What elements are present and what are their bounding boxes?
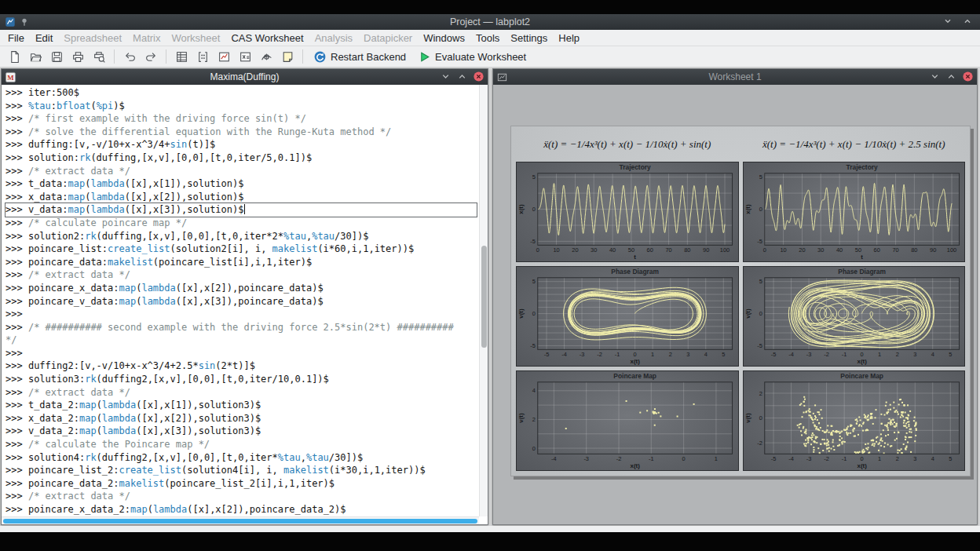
svg-text:30: 30	[817, 246, 824, 254]
toolbar-save-document-button[interactable]	[46, 47, 67, 66]
menu-spreadsheet[interactable]: Spreadsheet	[58, 32, 127, 44]
code-line: >>> /* calculate the Poincare map */	[5, 438, 477, 451]
svg-text:5: 5	[722, 351, 725, 358]
worksheet-maximize-button[interactable]	[945, 71, 957, 82]
svg-text:0: 0	[759, 206, 762, 213]
svg-text:v(t): v(t)	[744, 413, 751, 423]
cas-window-titlebar[interactable]: M Maxima(Duffing)	[2, 69, 488, 85]
code-line: >>> /* extract data */	[5, 386, 477, 400]
svg-text:x(t): x(t)	[857, 462, 867, 469]
worksheet-paper[interactable]: ẍ(t) = −1/4x³(t) + x(t) − 1/10ẋ(t) + sin…	[510, 126, 971, 476]
window-shade-button[interactable]	[942, 16, 954, 27]
toolbar-new-document-button[interactable]	[4, 47, 24, 66]
svg-text:0: 0	[860, 351, 863, 358]
svg-text:-5: -5	[544, 351, 550, 358]
toolbar-evaluate-worksheet-button[interactable]: Evaluate Worksheet	[412, 47, 532, 66]
code-line: >>> solution3:rk(duffing2,[x,v],[0,0],[t…	[5, 373, 477, 386]
cas-maximize-button[interactable]	[456, 71, 468, 82]
svg-text:1: 1	[878, 351, 881, 358]
open-document-icon	[29, 50, 42, 64]
window-titlebar[interactable]: Project — labplot2	[0, 14, 980, 30]
window-restore-button[interactable]	[962, 16, 974, 27]
svg-text:0: 0	[860, 455, 863, 462]
svg-text:4: 4	[532, 387, 536, 394]
print-icon	[71, 50, 85, 64]
svg-text:40: 40	[836, 246, 842, 254]
svg-text:-5: -5	[757, 238, 762, 245]
svg-text:40: 40	[609, 246, 616, 254]
new-cas-worksheet-icon	[239, 50, 252, 64]
plot-trajectory-left[interactable]: 0102030405060708090100-505tx(t)Trajector…	[516, 162, 739, 262]
plot-poincare-map-right[interactable]: -5-4-3-2-1012345-202x(t)v(t)Poincare Map	[743, 370, 966, 471]
pin-icon[interactable]	[19, 16, 30, 27]
plot-trajectory-right[interactable]: 0102030405060708090100-505tx(t)Trajector…	[743, 162, 966, 262]
code-line: >>> /* extract data */	[5, 268, 477, 282]
toolbar-new-worksheet-button[interactable]	[214, 47, 234, 66]
code-line: >>> /* ########## second example with th…	[5, 321, 477, 334]
menu-tools[interactable]: Tools	[470, 32, 505, 44]
svg-text:5: 5	[532, 278, 536, 285]
screen: Project — labplot2 FileEditSpreadsheetMa…	[0, 0, 980, 551]
worksheet-close-button[interactable]	[962, 71, 974, 82]
toolbar-new-note-button[interactable]	[277, 47, 298, 66]
plot-poincare-map-left[interactable]: -4-3-2-101024x(t)v(t)Poincare Map	[516, 370, 739, 471]
svg-text:-3: -3	[806, 351, 811, 358]
svg-text:100: 100	[946, 246, 956, 254]
menu-windows[interactable]: Windows	[418, 32, 470, 44]
mdi-area: M Maxima(Duffing) >>> iter:500$>>> %tau:…	[0, 68, 980, 526]
menu-worksheet[interactable]: Worksheet	[166, 32, 225, 44]
svg-text:-2: -2	[757, 440, 762, 447]
code-line: >>> duffing:[v,-v/10+x-x^3/4+sin(t)]$	[5, 138, 477, 151]
toolbar-separator	[302, 49, 303, 64]
menu-settings[interactable]: Settings	[505, 32, 553, 44]
svg-text:0: 0	[759, 414, 762, 421]
svg-text:2: 2	[669, 351, 672, 358]
cas-editor[interactable]: >>> iter:500$>>> %tau:bfloat(%pi)$>>> /*…	[2, 85, 488, 524]
worksheet-window-titlebar[interactable]: Worksheet 1	[493, 69, 977, 85]
cas-code-area[interactable]: >>> iter:500$>>> %tau:bfloat(%pi)$>>> /*…	[5, 86, 477, 516]
code-line: >>> poincare_x_data_2:map(lambda([x],x[2…	[5, 503, 477, 516]
undo-icon	[123, 50, 137, 64]
plot-phase-diagram-right[interactable]: -5-4-3-2-1012345-505x(t)v(t)Phase Diagra…	[743, 266, 966, 367]
worksheet-view[interactable]: ẍ(t) = −1/4x³(t) + x(t) − 1/10ẋ(t) + sin…	[493, 85, 977, 524]
menu-datapicker[interactable]: Datapicker	[358, 32, 418, 44]
toolbar-print-preview-button[interactable]	[89, 47, 109, 66]
svg-text:0: 0	[536, 246, 539, 254]
toolbar-new-datapicker-button[interactable]	[256, 47, 276, 66]
menu-matrix[interactable]: Matrix	[127, 32, 166, 44]
code-line: >>> solution:rk(duffing,[x,v],[0,0],[t,0…	[5, 151, 477, 165]
text-cursor	[244, 204, 245, 214]
menu-file[interactable]: File	[2, 32, 30, 44]
plot-phase-diagram-left[interactable]: -5-4-3-2-1012345-505x(t)v(t)Phase Diagra…	[516, 266, 739, 367]
cas-close-button[interactable]	[473, 71, 485, 82]
vertical-scrollbar[interactable]	[479, 85, 488, 516]
vertical-scrollbar-handle[interactable]	[481, 246, 487, 348]
toolbar-new-matrix-button[interactable]	[192, 47, 213, 66]
toolbar-undo-button[interactable]	[119, 47, 140, 66]
svg-text:x(t): x(t)	[744, 204, 751, 214]
toolbar-redo-button[interactable]	[141, 47, 161, 66]
new-spreadsheet-icon	[175, 50, 188, 64]
menu-help[interactable]: Help	[553, 32, 585, 44]
menu-analysis[interactable]: Analysis	[309, 32, 358, 44]
svg-text:90: 90	[703, 246, 709, 254]
toolbar-restart-backend-button[interactable]: Restart Backend	[308, 47, 411, 66]
cas-minimize-button[interactable]	[440, 71, 452, 82]
svg-text:2: 2	[895, 455, 898, 462]
svg-text:Trajectory: Trajectory	[620, 163, 652, 171]
svg-text:2: 2	[759, 390, 762, 397]
toolbar-print-button[interactable]	[68, 47, 88, 66]
code-line: >>> duffing2:[v,-v/10+x-x^3/4+2.5*sin(2*…	[5, 359, 477, 373]
menubar: FileEditSpreadsheetMatrixWorksheetCAS Wo…	[0, 30, 980, 46]
worksheet-minimize-button[interactable]	[929, 71, 941, 82]
menu-edit[interactable]: Edit	[30, 32, 58, 44]
code-line: >>> x_data:map(lambda([x],x[2]),solution…	[5, 191, 477, 204]
menu-cas-worksheet[interactable]: CAS Worksheet	[225, 32, 309, 44]
toolbar-new-spreadsheet-button[interactable]	[171, 47, 192, 66]
toolbar-new-cas-worksheet-button[interactable]	[235, 47, 255, 66]
horizontal-scrollbar[interactable]	[2, 516, 479, 524]
svg-text:3: 3	[686, 351, 689, 358]
toolbar-open-document-button[interactable]	[25, 47, 46, 66]
svg-text:Poincare Map: Poincare Map	[613, 372, 656, 380]
horizontal-scrollbar-handle[interactable]	[3, 519, 477, 524]
